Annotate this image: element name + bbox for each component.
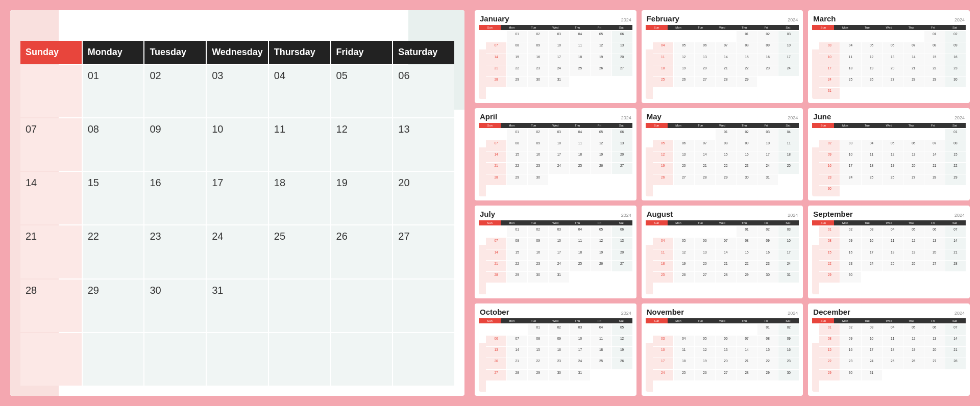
sc-day-cell: 15 xyxy=(924,54,945,65)
sc-empty-cell xyxy=(862,88,882,98)
small-cal-left-bar xyxy=(479,245,486,294)
sc-day-cell: 03 xyxy=(778,226,799,237)
sc-day-cell: 20 xyxy=(924,347,945,358)
main-day-cell: 28 xyxy=(20,280,82,332)
sc-day-cell: 02 xyxy=(945,31,966,42)
sc-day-cell: 05 xyxy=(674,238,694,248)
sc-day-cell: 13 xyxy=(695,249,715,260)
small-cal-days-header: SunMonTueWedThuFriSat xyxy=(479,123,632,128)
sc-day-cell: 12 xyxy=(674,249,694,260)
sc-day-cell: 05 xyxy=(695,336,715,346)
sc-empty-cell xyxy=(883,88,903,98)
sc-day-cell: 14 xyxy=(903,54,924,65)
sc-day-cell: 12 xyxy=(591,140,611,151)
small-cal-day-name: Thu xyxy=(733,25,755,30)
sc-day-cell: 15 xyxy=(507,54,527,65)
sc-day-cell: 04 xyxy=(883,226,903,237)
sc-day-cell: 23 xyxy=(528,65,548,76)
sc-day-cell: 10 xyxy=(757,140,778,151)
small-cal-day-name: Sat xyxy=(610,123,632,128)
small-cal-days-grid: 0102030405060708091011121314151617181920… xyxy=(812,226,966,294)
main-day-cell: 12 xyxy=(331,118,393,171)
small-cal-day-name: Tue xyxy=(690,123,712,128)
sc-day-cell: 25 xyxy=(570,261,590,271)
sc-day-cell: 16 xyxy=(840,249,861,260)
sc-empty-cell xyxy=(507,324,527,335)
small-cal-days-grid: 0102030405060708091011121314151617181920… xyxy=(479,324,632,392)
sc-day-cell: 13 xyxy=(695,54,715,65)
small-cal-left-bar xyxy=(646,147,653,197)
small-cal-year: 2024 xyxy=(621,311,631,316)
sc-empty-cell xyxy=(570,272,590,283)
sc-day-cell: 25 xyxy=(591,358,611,369)
sc-day-cell: 12 xyxy=(903,238,924,248)
sc-day-cell: 07 xyxy=(945,324,966,335)
small-cal-day-name: Thu xyxy=(733,318,755,323)
small-calendar-october: October2024SunMonTueWedThuFriSat01020304… xyxy=(475,303,636,396)
small-cal-left-bar xyxy=(646,245,653,294)
small-calendar-december: December2024SunMonTueWedThuFriSat0102030… xyxy=(808,303,970,396)
sc-day-cell: 22 xyxy=(716,163,736,173)
sc-day-cell: 17 xyxy=(653,358,673,369)
small-cal-day-name: Wed xyxy=(878,25,900,30)
sc-day-cell: 03 xyxy=(549,129,569,140)
sc-empty-cell xyxy=(716,31,736,42)
small-cal-day-name: Thu xyxy=(900,318,922,323)
sc-day-cell: 14 xyxy=(486,249,506,260)
sc-empty-cell xyxy=(903,88,924,98)
small-cal-inner: 0102030405060708091011121314151617181920… xyxy=(646,31,799,99)
sc-empty-cell xyxy=(653,324,673,335)
sc-empty-cell xyxy=(903,272,924,283)
sc-day-cell: 23 xyxy=(737,163,757,173)
sc-day-cell: 27 xyxy=(612,65,632,76)
small-cal-day-name: Sat xyxy=(610,318,632,323)
sc-day-cell: 21 xyxy=(507,358,527,369)
sc-day-cell: 08 xyxy=(507,238,527,248)
sc-day-cell: 26 xyxy=(903,261,924,271)
sc-day-cell: 15 xyxy=(945,151,966,162)
sc-day-cell: 27 xyxy=(612,163,632,173)
sc-day-cell: 01 xyxy=(528,324,548,335)
sc-day-cell: 27 xyxy=(695,272,715,283)
small-cal-days-grid: 0102030405060708091011121314151617181920… xyxy=(812,31,966,99)
small-cal-day-name: Mon xyxy=(501,123,523,128)
sc-day-cell: 05 xyxy=(612,324,632,335)
small-cal-month-name: October xyxy=(480,308,509,316)
sc-day-cell: 18 xyxy=(591,347,611,358)
sc-empty-cell xyxy=(862,129,882,140)
small-cal-days-grid: 0102030405060708091011121314151617181920… xyxy=(479,31,632,99)
sc-day-cell: 19 xyxy=(612,347,632,358)
small-cal-day-name: Sun xyxy=(812,318,834,323)
sc-day-cell: 06 xyxy=(695,42,715,53)
small-cal-day-name: Mon xyxy=(668,318,690,323)
sc-day-cell: 29 xyxy=(945,174,966,185)
sc-day-cell: 26 xyxy=(674,272,694,283)
main-day-cell: 30 xyxy=(144,280,206,332)
sc-day-cell: 07 xyxy=(486,238,506,248)
sc-day-cell: 01 xyxy=(716,129,736,140)
sc-day-cell: 11 xyxy=(674,347,694,358)
sc-day-cell: 08 xyxy=(819,336,840,346)
small-cal-month-name: February xyxy=(647,14,679,23)
sc-day-cell: 25 xyxy=(674,370,694,380)
sc-empty-cell xyxy=(674,31,694,42)
sc-day-cell: 25 xyxy=(883,261,903,271)
small-cal-day-name: Tue xyxy=(856,318,878,323)
small-cal-day-name: Tue xyxy=(523,123,545,128)
small-cal-year: 2024 xyxy=(954,213,965,218)
sc-day-cell: 02 xyxy=(549,324,569,335)
small-cal-day-name: Fri xyxy=(922,318,944,323)
sc-day-cell: 03 xyxy=(819,42,840,53)
sc-day-cell: 24 xyxy=(778,261,799,271)
sc-day-cell: 15 xyxy=(528,347,548,358)
sc-day-cell: 19 xyxy=(883,163,903,173)
sc-day-cell: 21 xyxy=(716,261,736,271)
sc-day-cell: 05 xyxy=(883,140,903,151)
sc-day-cell: 02 xyxy=(528,129,548,140)
sc-day-cell: 29 xyxy=(507,77,527,87)
sc-day-cell: 24 xyxy=(549,65,569,76)
sc-day-cell: 14 xyxy=(945,336,966,346)
sc-day-cell: 08 xyxy=(945,140,966,151)
main-days-header: Sunday Monday Tuesday Wednesday Thursday… xyxy=(20,41,454,64)
sc-day-cell: 19 xyxy=(674,261,694,271)
